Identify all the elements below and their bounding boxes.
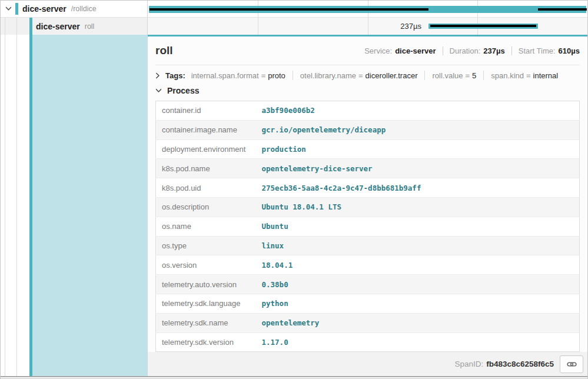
indent-guide	[16, 35, 17, 376]
indent-guide	[5, 18, 5, 35]
kv-value: production	[262, 139, 580, 159]
collapse-chevron-down-icon[interactable]	[5, 1, 12, 17]
span-bar-roll[interactable]	[428, 24, 538, 29]
tag-key: internal.span.format	[191, 71, 259, 80]
separator	[443, 46, 443, 55]
kv-value: opentelemetry-dice-server	[262, 159, 580, 178]
table-row: os.version18.04.1	[156, 255, 580, 275]
table-row: container.image.namegcr.io/opentelemetry…	[156, 120, 580, 139]
span-row-rolldice[interactable]: dice-server /rolldice	[1, 1, 587, 18]
table-row: telemetry.auto.version0.38b0	[156, 275, 580, 294]
table-row: telemetry.sdk.languagepython	[156, 294, 580, 313]
self-time-segment	[150, 8, 428, 11]
kv-key: os.version	[156, 255, 262, 275]
kv-value: 1.17.0	[262, 333, 580, 352]
chevron-right-icon[interactable]	[155, 72, 160, 79]
span-title: roll	[155, 44, 173, 57]
service-name: dice-server	[36, 22, 80, 31]
table-row: os.typelinux	[156, 236, 580, 255]
service-color-bar	[15, 3, 18, 15]
link-icon	[567, 360, 577, 368]
start-time-label: Start Time:	[519, 46, 556, 55]
service-label: Service:	[364, 46, 392, 55]
span-detail-panel: roll Service: dice-server Duration: 237µ…	[148, 35, 587, 376]
kv-value: 275ecb36-5aa8-4c2a-9c47-d8bb681b9aff	[262, 178, 580, 198]
divider	[1, 376, 587, 377]
span-id-label: SpanID:	[454, 360, 483, 368]
span-detail-header: roll Service: dice-server Duration: 237µ…	[148, 36, 587, 65]
tags-label[interactable]: Tags:	[165, 71, 185, 80]
jaeger-trace-detail-view: dice-server /rolldice dice-server roll	[0, 0, 588, 379]
kv-key: os.type	[156, 236, 262, 255]
tag-key: span.kind	[491, 71, 524, 80]
duration-label: Duration:	[450, 46, 481, 55]
copy-link-button[interactable]	[560, 355, 583, 373]
span-timeline[interactable]: 237µs	[148, 18, 587, 35]
kv-key: os.description	[156, 197, 262, 217]
tag-key: otel.library.name	[300, 71, 356, 80]
indent-guide	[5, 35, 5, 376]
tag-key: roll.value	[432, 71, 463, 80]
kv-value: python	[262, 294, 580, 313]
kv-key: k8s.pod.name	[156, 159, 262, 178]
kv-value: linux	[262, 236, 580, 255]
tag-value: diceroller.tracer	[366, 71, 418, 80]
self-time-segment	[430, 25, 536, 27]
span-duration-label: 237µs	[148, 18, 425, 35]
span-tree-rail	[1, 35, 148, 376]
kv-key: telemetry.auto.version	[156, 275, 262, 294]
separator	[424, 71, 425, 80]
process-label[interactable]: Process	[167, 86, 199, 95]
kv-value: Ubuntu 18.04.1 LTS	[262, 197, 580, 217]
duration-value: 237µs	[483, 46, 504, 55]
kv-value: 18.04.1	[262, 255, 580, 275]
span-bar-rolldice[interactable]	[149, 6, 586, 13]
span-id-value: fb483c8c6258f6c5	[486, 360, 554, 368]
selected-span-highlight	[32, 35, 148, 376]
kv-value: 0.38b0	[262, 275, 580, 294]
table-row: telemetry.sdk.nameopentelemetry	[156, 313, 580, 333]
span-timeline[interactable]	[148, 1, 587, 17]
equals-sign: =	[261, 71, 266, 80]
equals-sign: =	[466, 71, 470, 80]
table-row: os.descriptionUbuntu 18.04.1 LTS	[156, 197, 580, 217]
table-row: os.nameUbuntu	[156, 217, 580, 236]
kv-key: k8s.pod.uid	[156, 178, 262, 198]
tags-accordion[interactable]: Tags: internal.span.format = proto otel.…	[155, 68, 580, 83]
separator	[511, 46, 512, 55]
kv-key: telemetry.sdk.language	[156, 294, 262, 313]
span-stats: Service: dice-server Duration: 237µs Sta…	[364, 46, 580, 55]
kv-value: gcr.io/opentelemetry/diceapp	[262, 120, 580, 139]
chevron-down-icon[interactable]	[155, 88, 162, 93]
operation-name: /rolldice	[71, 5, 97, 13]
process-accordion[interactable]: Process	[155, 84, 580, 97]
equals-sign: =	[526, 71, 531, 80]
table-row: k8s.pod.uid275ecb36-5aa8-4c2a-9c47-d8bb6…	[156, 178, 580, 198]
start-time-value: 610µs	[559, 46, 580, 55]
table-row: telemetry.sdk.version1.17.0	[156, 333, 580, 352]
operation-name: roll	[85, 22, 95, 31]
span-detail-footer: SpanID: fb483c8c6258f6c5	[148, 352, 587, 376]
tag-value: proto	[268, 71, 285, 80]
kv-key: os.name	[156, 217, 262, 236]
kv-key: deployment.environment	[156, 139, 262, 159]
kv-key: telemetry.sdk.name	[156, 313, 262, 333]
kv-key: telemetry.sdk.version	[156, 333, 262, 352]
service-color-bar	[29, 18, 32, 35]
equals-sign: =	[358, 71, 363, 80]
span-row-roll[interactable]: dice-server roll 237µs	[1, 18, 587, 35]
indent-guide	[16, 18, 17, 35]
table-row: container.ida3bf90e006b2	[156, 101, 580, 121]
kv-value: opentelemetry	[262, 313, 580, 333]
separator	[483, 71, 484, 80]
span-name-cell[interactable]: dice-server /rolldice	[1, 1, 148, 17]
tag-value: internal	[533, 71, 559, 80]
service-name: dice-server	[22, 4, 67, 14]
span-name-cell[interactable]: dice-server roll	[1, 18, 148, 35]
table-row: deployment.environmentproduction	[156, 139, 580, 159]
service-value: dice-server	[395, 46, 436, 55]
self-time-segment	[538, 8, 587, 11]
kv-value: Ubuntu	[262, 217, 580, 236]
table-row: k8s.pod.nameopentelemetry-dice-server	[156, 159, 580, 178]
divider	[155, 65, 580, 65]
